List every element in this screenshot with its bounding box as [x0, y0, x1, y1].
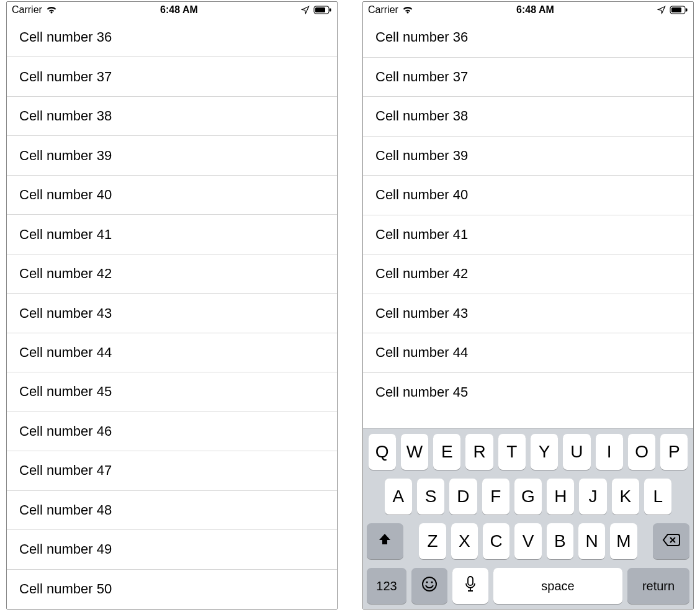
key-g[interactable]: G — [514, 479, 542, 515]
table-row[interactable]: Cell number 36 — [363, 18, 693, 58]
wifi-icon — [46, 6, 57, 14]
table-row[interactable]: Cell number 44 — [7, 333, 337, 372]
key-u[interactable]: U — [563, 434, 590, 470]
key-n[interactable]: N — [578, 523, 605, 559]
key-z[interactable]: Z — [419, 523, 446, 559]
table-view[interactable]: Cell number 36 Cell number 37 Cell numbe… — [363, 18, 693, 428]
key-m[interactable]: M — [610, 523, 637, 559]
table-row[interactable]: Cell number 40 — [7, 176, 337, 215]
key-t[interactable]: T — [498, 434, 526, 470]
wifi-icon — [402, 6, 413, 14]
key-v[interactable]: V — [514, 523, 541, 559]
table-row[interactable]: Cell number 49 — [7, 530, 337, 569]
table-row[interactable]: Cell number 39 — [7, 136, 337, 175]
cell-label: Cell number 47 — [19, 462, 112, 479]
cell-label: Cell number 45 — [375, 384, 468, 400]
key-return[interactable]: return — [627, 568, 689, 604]
microphone-icon — [465, 576, 476, 596]
cell-label: Cell number 44 — [375, 344, 468, 361]
key-w[interactable]: W — [401, 434, 428, 470]
cell-label: Cell number 36 — [19, 29, 112, 45]
cell-label: Cell number 40 — [19, 187, 112, 203]
table-row[interactable]: Cell number 38 — [363, 97, 693, 137]
key-h[interactable]: H — [547, 479, 574, 515]
key-j[interactable]: J — [579, 479, 606, 515]
key-shift[interactable] — [367, 523, 403, 559]
status-bar: Carrier 6:48 AM — [363, 2, 693, 18]
cell-label: Cell number 46 — [19, 423, 112, 439]
key-f[interactable]: F — [482, 479, 509, 515]
table-view[interactable]: Cell number 36 Cell number 37 Cell numbe… — [7, 18, 337, 609]
cell-label: Cell number 39 — [19, 148, 112, 164]
key-i[interactable]: I — [596, 434, 623, 470]
table-row[interactable]: Cell number 50 — [7, 570, 337, 609]
svg-rect-2 — [330, 8, 331, 11]
cell-label: Cell number 41 — [19, 227, 112, 243]
key-a[interactable]: A — [385, 479, 412, 515]
table-row[interactable]: Cell number 48 — [7, 491, 337, 530]
key-x[interactable]: X — [451, 523, 478, 559]
table-row[interactable]: Cell number 37 — [363, 58, 693, 97]
svg-point-6 — [423, 577, 436, 591]
cell-label: Cell number 41 — [375, 227, 468, 243]
key-p[interactable]: P — [660, 434, 688, 470]
table-row[interactable]: Cell number 45 — [7, 372, 337, 412]
table-row[interactable]: Cell number 36 — [7, 18, 337, 57]
key-space[interactable]: space — [493, 568, 622, 604]
key-c[interactable]: C — [483, 523, 509, 559]
battery-icon — [313, 6, 332, 14]
table-row[interactable]: Cell number 43 — [7, 294, 337, 333]
keyboard-row-bottom: 123 space return — [367, 568, 689, 604]
table-row[interactable]: Cell number 46 — [7, 412, 337, 451]
key-l[interactable]: L — [644, 479, 671, 515]
table-row[interactable]: Cell number 42 — [7, 254, 337, 294]
svg-rect-9 — [468, 577, 473, 585]
cell-label: Cell number 42 — [19, 266, 112, 282]
battery-icon — [670, 6, 688, 14]
cell-label: Cell number 40 — [375, 187, 468, 203]
key-y[interactable]: Y — [531, 434, 558, 470]
cell-label: Cell number 48 — [19, 502, 112, 518]
carrier-label: Carrier — [12, 4, 42, 16]
table-row[interactable]: Cell number 42 — [363, 254, 693, 294]
device-right: Carrier 6:48 AM Cell number 36 Cell numb… — [362, 1, 694, 610]
table-row[interactable]: Cell number 41 — [7, 215, 337, 254]
table-row[interactable]: Cell number 41 — [363, 215, 693, 255]
location-icon — [301, 6, 310, 14]
key-e[interactable]: E — [433, 434, 460, 470]
key-b[interactable]: B — [547, 523, 573, 559]
table-row[interactable]: Cell number 38 — [7, 97, 337, 136]
key-r[interactable]: R — [465, 434, 493, 470]
key-backspace[interactable] — [653, 523, 689, 559]
cell-label: Cell number 39 — [375, 148, 468, 164]
cell-label: Cell number 45 — [19, 384, 112, 400]
cell-label: Cell number 38 — [375, 108, 468, 124]
table-row[interactable]: Cell number 37 — [7, 57, 337, 96]
table-row[interactable]: Cell number 39 — [363, 137, 693, 176]
cell-label: Cell number 43 — [375, 305, 468, 322]
key-k[interactable]: K — [612, 479, 639, 515]
cell-label: Cell number 42 — [375, 266, 468, 282]
key-emoji[interactable] — [411, 568, 447, 604]
cell-label: Cell number 49 — [19, 541, 112, 557]
status-bar: Carrier 6:48 AM — [7, 2, 337, 18]
key-s[interactable]: S — [417, 479, 444, 515]
key-o[interactable]: O — [628, 434, 655, 470]
key-dictation[interactable] — [452, 568, 488, 604]
svg-rect-5 — [686, 9, 688, 12]
cell-label: Cell number 37 — [19, 69, 112, 85]
table-row[interactable]: Cell number 43 — [363, 294, 693, 334]
key-q[interactable]: Q — [369, 434, 396, 470]
key-numbers[interactable]: 123 — [367, 568, 406, 604]
keyboard-row-1: Q W E R T Y U I O P — [367, 434, 689, 470]
device-left: Carrier 6:48 AM Cell number 36 Cell numb… — [6, 1, 338, 610]
cell-label: Cell number 50 — [19, 581, 112, 597]
status-time: 6:48 AM — [160, 4, 198, 16]
svg-rect-4 — [671, 7, 681, 12]
keyboard-row-3: Z X C V B N M — [367, 523, 689, 559]
table-row[interactable]: Cell number 44 — [363, 333, 693, 373]
table-row[interactable]: Cell number 47 — [7, 451, 337, 490]
table-row[interactable]: Cell number 40 — [363, 176, 693, 215]
table-row[interactable]: Cell number 45 — [363, 373, 693, 413]
key-d[interactable]: D — [449, 479, 477, 515]
